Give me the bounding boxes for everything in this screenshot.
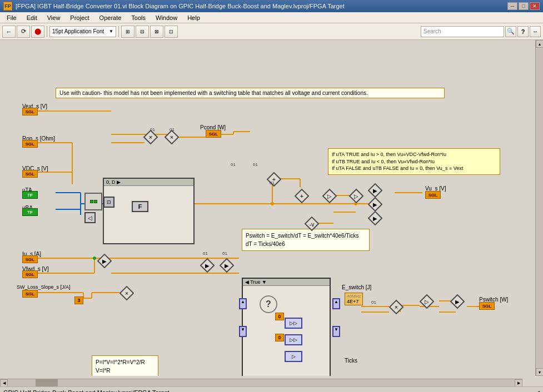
case-selector-label: 0, D ▶ — [106, 179, 121, 185]
case-struct-left[interactable]: 0, D ▶ F — [103, 178, 195, 244]
svg-text:×: × — [149, 134, 152, 140]
svg-text:▶: ▶ — [373, 215, 377, 222]
scroll-h-thumb[interactable] — [36, 379, 58, 386]
select-node-1: ▷ — [349, 189, 363, 203]
search-icon-btn[interactable]: 🔍 — [505, 26, 516, 37]
iu-s-terminal[interactable]: SGL — [22, 255, 38, 263]
comment-line-1: If uTA TRUE and Iu > 0, then Vu=VDC-Vfwd… — [332, 151, 496, 158]
toolbar: ← ⟳ ⬤ 15pt Application Font ▼ ⊞ ⊟ ⊠ ⊡ Se… — [0, 23, 543, 40]
freq-label: 40MHz — [347, 294, 361, 299]
back-arrow-btn[interactable]: ← — [2, 26, 16, 38]
svg-point-50 — [93, 257, 96, 260]
close-button[interactable]: ✕ — [530, 2, 540, 10]
menu-window[interactable]: Window — [151, 13, 182, 22]
wire-label-01-8: 01 — [371, 300, 376, 305]
wire-label-01-2: 01 — [170, 127, 175, 132]
vfwd-s-terminal[interactable]: SGL — [22, 270, 38, 278]
arrow-sw-1: ▶ — [97, 254, 112, 268]
vdc-s-terminal[interactable]: SGL — [22, 170, 38, 178]
inner-node-1: ▷▷ — [285, 318, 302, 329]
zero-const-2: 0 — [275, 334, 284, 341]
status-bar: GPIC Half-Bridge Buck-Boost and Maglev.l… — [0, 386, 543, 392]
menu-operate[interactable]: Operate — [95, 13, 126, 22]
resize-btn[interactable]: ⊠ — [150, 26, 163, 38]
pcond-terminal[interactable]: SGL — [206, 130, 221, 138]
svg-text:×: × — [125, 290, 128, 296]
menu-edit[interactable]: Edit — [22, 13, 42, 22]
bool-cluster[interactable] — [84, 193, 102, 210]
svg-text:×: × — [170, 134, 173, 140]
svg-text:▶: ▶ — [205, 263, 210, 269]
comment-line-3: If uTA FALSE and uTB FALSE and Iu = 0, t… — [332, 165, 496, 172]
wire-label-01-7: 01 — [222, 251, 227, 256]
question-mark-node: ? — [260, 295, 277, 313]
svg-text:+: + — [300, 193, 303, 199]
false-node: F — [132, 201, 148, 212]
pswitch-terminal[interactable]: SGL — [479, 302, 495, 310]
menu-file[interactable]: File — [2, 13, 21, 22]
separator-1 — [47, 26, 47, 37]
freq-val: 4E+7 — [347, 299, 361, 304]
vext-s-terminal[interactable]: SGL — [22, 108, 38, 115]
horizontal-scrollbar[interactable]: ◀ ▶ — [0, 379, 522, 386]
scroll-h-track[interactable] — [8, 379, 515, 386]
help-button[interactable]: ? — [517, 26, 529, 37]
comment-line-2: If uTB TRUE and Iu < 0, then Vu=Vfwd-Ron… — [332, 158, 496, 165]
font-select[interactable]: 15pt Application Font ▼ — [49, 26, 116, 37]
pswitch-formula-line2: dT = Ticks/40e6 — [246, 240, 366, 248]
app-icon: FP — [3, 2, 12, 11]
menu-bar: File Edit View Project Operate Tools Win… — [0, 12, 543, 23]
uta-terminal[interactable]: TF — [22, 191, 38, 199]
svg-point-51 — [271, 202, 274, 205]
scroll-up-arrow[interactable]: ▲ — [536, 40, 543, 48]
p-formula-line1: P=I*V=I^2*R=V^2/R — [96, 358, 155, 366]
sw-loss-label: SW_Loss_Slope_s [J/A] — [17, 284, 71, 290]
negate-node: -v — [305, 217, 319, 231]
inner-node-2: ▷▷ — [285, 334, 302, 345]
warning-text: Use with caution- this model has not bee… — [59, 90, 368, 96]
case-struct-right[interactable]: ◀ True ▼ ? ▷▷ ▷▷ ▷ — [242, 278, 331, 376]
menu-view[interactable]: View — [43, 13, 65, 22]
scroll-down-arrow[interactable]: ▼ — [536, 368, 543, 376]
arrows-button[interactable]: ↔ — [530, 26, 541, 37]
arrow-node-right-1: ▶ — [368, 183, 382, 198]
ron-s-terminal[interactable]: SGL — [22, 140, 38, 148]
case-header-right[interactable]: ◀ True ▼ — [243, 279, 330, 286]
dist-btn[interactable]: ⊟ — [136, 26, 149, 38]
compare-node-1: ▷ — [322, 189, 337, 203]
compare-node-right: ▷ — [420, 294, 434, 309]
maximize-button[interactable]: □ — [519, 2, 529, 10]
menu-help[interactable]: Help — [183, 13, 205, 22]
vertical-scrollbar[interactable]: ▲ ▼ — [535, 40, 543, 376]
minimize-button[interactable]: ─ — [507, 2, 517, 10]
scroll-v-track[interactable] — [536, 48, 543, 368]
svg-text:▶: ▶ — [455, 299, 460, 305]
status-arrow[interactable]: ◀ — [536, 390, 540, 393]
vu-s-terminal[interactable]: SGL — [425, 191, 441, 199]
font-select-arrow: ▼ — [109, 29, 113, 34]
p-formula: P=I*V=I^2*R=V^2/R V=I*R — [92, 355, 158, 376]
warning-box: Use with caution- this model has not bee… — [56, 88, 445, 98]
svg-text:▶: ▶ — [373, 202, 377, 208]
order-btn[interactable]: ⊡ — [165, 26, 178, 38]
canvas-area: Use with caution- this model has not bee… — [0, 40, 543, 386]
shift-reg-left-up: ▲ — [239, 298, 247, 309]
scroll-right-arrow[interactable]: ▶ — [515, 379, 522, 386]
font-select-label: 15pt Application Font — [52, 28, 104, 34]
sw-loss-terminal[interactable]: SGL — [22, 290, 38, 298]
align-btn[interactable]: ⊞ — [121, 26, 134, 38]
menu-tools[interactable]: Tools — [127, 13, 150, 22]
menu-project[interactable]: Project — [66, 13, 93, 22]
wire-label-01-4: 01 — [253, 162, 258, 167]
diagram-canvas[interactable]: Use with caution- this model has not bee… — [0, 40, 528, 376]
stop-btn[interactable]: ⬤ — [31, 26, 44, 38]
svg-text:▷: ▷ — [425, 299, 429, 305]
case-header-left[interactable]: 0, D ▶ — [104, 179, 193, 186]
scroll-left-arrow[interactable]: ◀ — [0, 379, 8, 386]
arrow-node: ◁ — [84, 212, 96, 223]
forward-arrow-btn[interactable]: ⟳ — [17, 26, 30, 38]
uba-terminal[interactable]: TF — [22, 208, 38, 216]
search-box[interactable]: Search — [421, 26, 504, 37]
p-formula-line2: V=I*R — [96, 366, 155, 375]
add-node-2: + — [295, 189, 309, 203]
